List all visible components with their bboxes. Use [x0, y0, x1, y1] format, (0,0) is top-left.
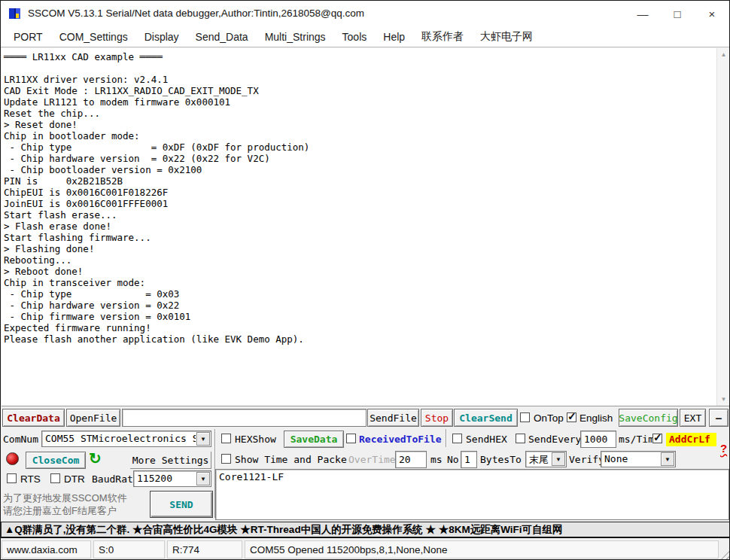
- comnum-label: ComNum: [3, 434, 38, 445]
- more-settings-button[interactable]: More Settings: [130, 452, 211, 469]
- file-path-input[interactable]: [122, 409, 367, 427]
- row-divider: [446, 429, 447, 447]
- com-open-indicator: [6, 452, 19, 465]
- maximize-button[interactable]: □: [660, 1, 695, 27]
- menu-bar: PORT COM_Settings Display Send_Data Mult…: [1, 27, 729, 47]
- english-label[interactable]: English: [579, 412, 613, 424]
- menu-multi-strings[interactable]: Multi_Strings: [257, 31, 334, 43]
- on-top-label[interactable]: OnTop: [534, 412, 564, 424]
- hex-show-checkbox[interactable]: [221, 434, 231, 443]
- send-every-checkbox[interactable]: [516, 434, 525, 443]
- ext-button[interactable]: EXT: [680, 409, 706, 427]
- menu-tools[interactable]: Tools: [334, 31, 376, 43]
- vertical-scrollbar[interactable]: ▲ ▼: [716, 48, 729, 406]
- status-port-state: COM55 Opened 115200bps,8,1,None,None: [245, 540, 719, 558]
- overtime-unit-label: ms: [430, 454, 443, 465]
- send-hex-checkbox[interactable]: [452, 434, 462, 443]
- status-bar: www.daxia.com S:0 R:774 COM55 Opened 115…: [1, 539, 730, 560]
- show-time-checkbox[interactable]: [221, 454, 231, 464]
- chevron-down-icon[interactable]: ▼: [196, 472, 210, 485]
- overtime-input[interactable]: 20: [395, 451, 427, 468]
- baud-rate-label: BaudRat: [92, 473, 133, 485]
- close-button[interactable]: ×: [695, 1, 729, 27]
- terminal-text: ════ LR11xx CAD example ════ LR11XX driv…: [4, 51, 309, 345]
- announcement-bar: ▲Q群满员了,没有第二个群. ★合宙高性价比4G模块 ★RT-Thread中国人…: [1, 522, 730, 538]
- no-label: No: [447, 454, 459, 465]
- title-bar: SSCOM V5.13.1 Serial/Net data debugger,A…: [1, 1, 729, 27]
- verify-label: Verify: [569, 454, 604, 465]
- menu-daxia-site[interactable]: 大虾电子网: [472, 30, 541, 44]
- append-pos-value: 末尾: [529, 453, 551, 467]
- add-crlf-checkbox[interactable]: [652, 434, 662, 443]
- open-file-button[interactable]: OpenFile: [66, 409, 120, 427]
- refresh-ports-icon[interactable]: ↻: [89, 449, 102, 467]
- add-crlf-label[interactable]: AddCrLf: [666, 433, 716, 446]
- received-to-file-checkbox[interactable]: [346, 434, 356, 443]
- register-note-line1: 为了更好地发展SSCOM软件: [3, 492, 127, 505]
- baud-rate-select[interactable]: 115200 ▼: [133, 470, 211, 487]
- menu-port[interactable]: PORT: [5, 31, 51, 43]
- dtr-checkbox[interactable]: [50, 473, 60, 483]
- append-pos-select[interactable]: 末尾 ▼: [525, 451, 567, 467]
- send-hex-label[interactable]: SendHEX: [466, 434, 507, 445]
- overtime-label: OverTime:: [348, 454, 401, 465]
- show-time-label[interactable]: Show Time and Packe: [235, 454, 347, 465]
- chevron-down-icon[interactable]: ▼: [196, 432, 210, 446]
- stop-button[interactable]: Stop: [421, 409, 453, 427]
- clear-send-button[interactable]: ClearSend: [454, 409, 518, 427]
- byte-index-input[interactable]: 1: [461, 451, 477, 468]
- send-button[interactable]: SEND: [150, 491, 213, 518]
- received-to-file-label[interactable]: ReceivedToFile: [359, 434, 442, 445]
- menu-com-settings[interactable]: COM_Settings: [51, 31, 136, 43]
- register-note-line2: 请您注册嘉立创F结尾客户: [3, 504, 117, 518]
- app-window: SSCOM V5.13.1 Serial/Net data debugger,A…: [0, 0, 730, 560]
- verify-value: None: [604, 453, 660, 464]
- english-checkbox[interactable]: [567, 412, 576, 422]
- port-select[interactable]: COM55 STMicroelectronics S' ▼: [41, 431, 211, 447]
- verify-select[interactable]: None ▼: [601, 451, 676, 467]
- dtr-label[interactable]: DTR: [64, 473, 85, 485]
- app-icon: [8, 7, 22, 20]
- port-select-value: COM55 STMicroelectronics S': [45, 433, 196, 444]
- status-received-count: R:774: [167, 540, 242, 558]
- menu-help[interactable]: Help: [375, 31, 413, 43]
- resize-grip[interactable]: [720, 550, 730, 560]
- on-top-checkbox[interactable]: [520, 412, 530, 422]
- collapse-panel-button[interactable]: —: [709, 409, 728, 427]
- menu-send-data[interactable]: Send_Data: [187, 31, 257, 43]
- scroll-down-icon[interactable]: ▼: [717, 393, 730, 406]
- save-data-button[interactable]: SaveData: [284, 431, 344, 448]
- interval-input[interactable]: 1000: [580, 431, 616, 448]
- send-file-button[interactable]: SendFile: [367, 409, 419, 427]
- hex-show-label[interactable]: HEXShow: [235, 434, 276, 445]
- save-config-button[interactable]: SaveConfig: [619, 409, 678, 427]
- window-title: SSCOM V5.13.1 Serial/Net data debugger,A…: [28, 8, 364, 19]
- baud-rate-value: 115200: [137, 473, 196, 484]
- receive-terminal: ════ LR11xx CAD example ════ LR11XX driv…: [2, 48, 729, 406]
- send-every-label[interactable]: SendEvery:: [528, 434, 587, 445]
- status-sent-count: S:0: [93, 540, 165, 558]
- minimize-button[interactable]: —: [625, 1, 660, 27]
- rts-label[interactable]: RTS: [20, 473, 41, 485]
- send-text-input[interactable]: Core1121-LF: [215, 469, 729, 520]
- close-com-button[interactable]: CloseCom: [26, 452, 86, 469]
- chevron-down-icon[interactable]: ▼: [552, 452, 565, 466]
- chevron-down-icon[interactable]: ▼: [661, 452, 674, 466]
- status-website: www.daxia.com: [2, 540, 91, 558]
- menu-display[interactable]: Display: [136, 31, 187, 43]
- scroll-up-icon[interactable]: ▲: [717, 48, 730, 61]
- bytes-to-label: BytesTo: [480, 454, 522, 465]
- help-question-icon[interactable]: ?: [720, 442, 727, 455]
- clear-data-button[interactable]: ClearData: [2, 409, 65, 427]
- interval-unit-label: ms/Tim: [619, 434, 654, 445]
- rts-checkbox[interactable]: [7, 473, 17, 483]
- menu-contact-author[interactable]: 联系作者: [413, 30, 472, 44]
